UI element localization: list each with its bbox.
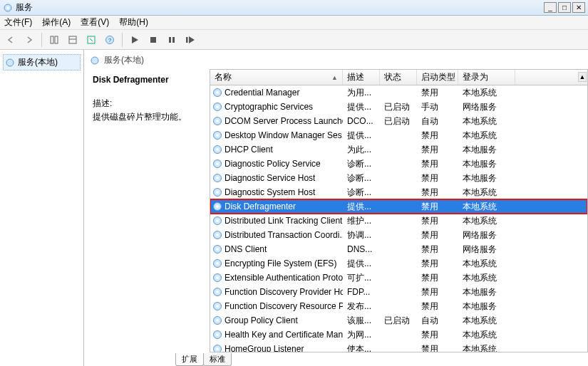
service-name: Desktop Window Manager Ses... xyxy=(225,130,343,140)
gear-icon xyxy=(212,258,222,268)
service-logon-as: 本地系统 xyxy=(458,343,515,352)
service-startup-type: 自动 xyxy=(417,115,458,127)
service-description: 提供... xyxy=(343,258,380,270)
minimize-button[interactable]: _ xyxy=(544,2,557,13)
table-row[interactable]: DHCP Client为此...禁用本地服务 xyxy=(210,142,587,157)
table-row[interactable]: Disk Defragmenter提供...禁用本地系统 xyxy=(210,199,587,214)
table-row[interactable]: Distributed Link Tracking Client维护...禁用本… xyxy=(210,214,587,228)
stop-service-button[interactable] xyxy=(145,32,161,48)
sidebar-item-label: 服务(本地) xyxy=(18,56,58,68)
table-row[interactable]: Credential Manager为用...禁用本地系统 xyxy=(210,85,587,100)
description-label: 描述: xyxy=(93,98,205,110)
help-button[interactable]: ? xyxy=(102,32,118,48)
menu-help[interactable]: 帮助(H) xyxy=(119,16,148,28)
svg-point-29 xyxy=(216,177,219,179)
svg-point-31 xyxy=(216,191,219,194)
gear-icon xyxy=(212,244,222,254)
tab-standard[interactable]: 标准 xyxy=(203,353,232,366)
service-logon-as: 本地系统 xyxy=(458,201,515,213)
gear-icon xyxy=(212,130,222,140)
table-row[interactable]: Diagnostic Policy Service诊断...禁用本地服务 xyxy=(210,157,587,171)
column-header-description[interactable]: 描述 xyxy=(343,70,380,85)
gear-icon xyxy=(212,344,222,352)
column-header-status[interactable]: 状态 xyxy=(380,70,417,85)
svg-point-14 xyxy=(6,59,14,66)
service-startup-type: 禁用 xyxy=(417,272,458,284)
table-row[interactable]: Cryptographic Services提供...已启动手动网络服务 xyxy=(210,100,587,114)
service-name: Function Discovery Provider Host xyxy=(225,287,343,297)
service-description: 提供... xyxy=(343,101,380,113)
gear-icon xyxy=(212,273,222,283)
back-button[interactable] xyxy=(3,32,19,48)
service-name: DNS Client xyxy=(225,244,267,254)
service-logon-as: 本地服务 xyxy=(458,300,515,313)
service-logon-as: 本地系统 xyxy=(458,187,515,199)
svg-point-49 xyxy=(216,319,219,322)
service-name: Diagnostic Policy Service xyxy=(225,159,321,169)
service-description: 提供... xyxy=(343,201,380,213)
export-list-button[interactable] xyxy=(65,32,81,48)
gear-icon xyxy=(212,330,222,340)
table-row[interactable]: Extensible Authentication Proto...可扩...禁… xyxy=(210,271,587,285)
table-row[interactable]: Health Key and Certificate Man...为网...禁用… xyxy=(210,328,587,342)
svg-point-41 xyxy=(216,262,219,265)
service-startup-type: 禁用 xyxy=(417,343,458,352)
table-row[interactable]: Distributed Transaction Coordi...协调...禁用… xyxy=(210,228,587,242)
service-logon-as: 网络服务 xyxy=(458,101,515,113)
svg-text:?: ? xyxy=(108,37,112,43)
service-logon-as: 本地系统 xyxy=(458,130,515,142)
restart-service-button[interactable] xyxy=(182,32,198,48)
start-service-button[interactable] xyxy=(127,32,143,48)
app-icon xyxy=(3,3,13,13)
svg-rect-4 xyxy=(69,36,76,43)
service-status: 已启动 xyxy=(380,315,417,327)
service-startup-type: 禁用 xyxy=(417,158,458,170)
svg-point-25 xyxy=(216,148,219,151)
gear-icon xyxy=(212,88,222,98)
column-header-name[interactable]: 名称 ▲ xyxy=(210,70,343,85)
service-description: 诊断... xyxy=(343,187,380,199)
service-startup-type: 禁用 xyxy=(417,244,458,256)
sidebar-item-services-local[interactable]: 服务(本地) xyxy=(3,54,81,70)
table-row[interactable]: Diagnostic System Host诊断...禁用本地系统 xyxy=(210,185,587,199)
table-row[interactable]: Desktop Window Manager Ses...提供...禁用本地系统 xyxy=(210,128,587,142)
service-name: Health Key and Certificate Man... xyxy=(225,330,343,340)
table-row[interactable]: Diagnostic Service Host诊断...禁用本地服务 xyxy=(210,171,587,185)
service-startup-type: 禁用 xyxy=(417,258,458,270)
table-row[interactable]: DCOM Server Process LauncherDCO...已启动自动本… xyxy=(210,114,587,128)
tab-extended[interactable]: 扩展 xyxy=(175,353,204,366)
show-hide-tree-button[interactable] xyxy=(46,32,62,48)
column-header-startup[interactable]: 启动类型 xyxy=(417,70,458,85)
pause-service-button[interactable] xyxy=(164,32,180,48)
svg-point-43 xyxy=(216,276,219,279)
gear-icon xyxy=(212,102,222,112)
table-row[interactable]: HomeGroup Listener使本...禁用本地系统 xyxy=(210,342,587,352)
services-list[interactable]: 名称 ▲ 描述 状态 启动类型 登录为 ▲ Credential Manager… xyxy=(210,69,588,352)
gear-icon xyxy=(212,230,222,240)
table-row[interactable]: Function Discovery Resource P...发布...禁用本… xyxy=(210,299,587,313)
menu-file[interactable]: 文件(F) xyxy=(4,16,32,28)
service-name: Function Discovery Resource P... xyxy=(225,301,343,311)
scroll-up-button[interactable]: ▲ xyxy=(578,72,587,82)
svg-point-47 xyxy=(216,305,219,308)
menu-action[interactable]: 操作(A) xyxy=(42,16,71,28)
forward-button[interactable] xyxy=(21,32,37,48)
table-row[interactable]: Group Policy Client该服...已启动自动本地系统 xyxy=(210,313,587,328)
service-logon-as: 网络服务 xyxy=(458,244,515,256)
service-logon-as: 本地服务 xyxy=(458,286,515,298)
maximize-button[interactable]: □ xyxy=(558,2,571,13)
table-row[interactable]: DNS ClientDNS...禁用网络服务 xyxy=(210,242,587,256)
close-button[interactable]: ✕ xyxy=(572,2,585,13)
svg-rect-12 xyxy=(172,37,175,43)
service-name: Credential Manager xyxy=(225,88,299,98)
refresh-button[interactable] xyxy=(83,32,99,48)
service-logon-as: 本地系统 xyxy=(458,87,515,99)
service-logon-as: 本地系统 xyxy=(458,258,515,270)
table-row[interactable]: Function Discovery Provider HostFDP...禁用… xyxy=(210,285,587,299)
table-row[interactable]: Encrypting File System (EFS)提供...禁用本地系统 xyxy=(210,256,587,271)
service-name: Group Policy Client xyxy=(225,315,298,325)
column-header-logon[interactable]: 登录为 xyxy=(458,70,515,85)
service-description: 为此... xyxy=(343,144,380,156)
menu-view[interactable]: 查看(V) xyxy=(81,16,109,28)
svg-point-15 xyxy=(91,57,98,64)
